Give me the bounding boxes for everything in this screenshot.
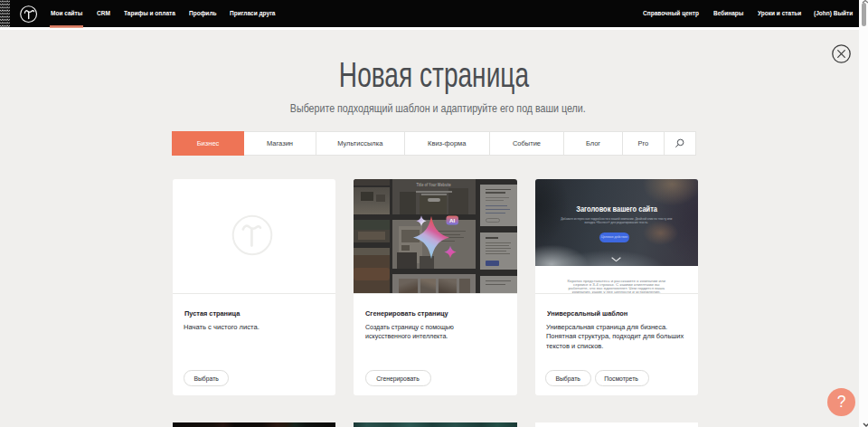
svg-text:AI: AI: [449, 216, 455, 223]
